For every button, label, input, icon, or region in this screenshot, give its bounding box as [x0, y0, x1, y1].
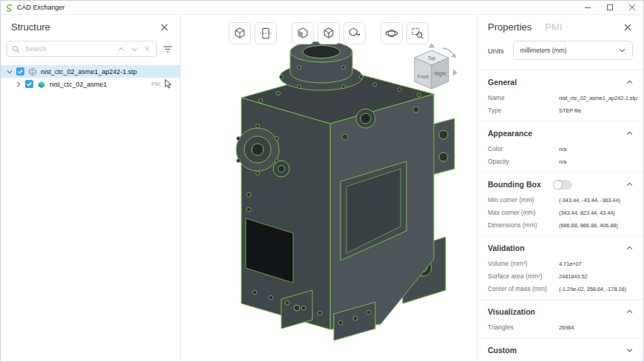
chevron-up-icon[interactable] [626, 182, 633, 187]
section-general-header[interactable]: General [488, 76, 633, 89]
property-row: Center of mass (mm)(-1.29e-02, 358.64, -… [488, 285, 633, 292]
minimize-button[interactable] [577, 1, 599, 14]
viewcube-face-right[interactable]: Right [435, 71, 446, 77]
tree-row-part[interactable]: nist_ctc_02_asme1 PMI [1, 78, 180, 90]
property-row: Volume (mm³)4.71e+07 [488, 260, 633, 267]
structure-panel-title: Structure [11, 21, 50, 33]
section-validation: Validation Volume (mm³)4.71e+07 Surface … [477, 235, 643, 299]
viewcube-face-front[interactable]: Front [417, 74, 429, 79]
app-window: CAD Exchanger Structure [0, 0, 644, 362]
section-bounding-box: Bounding Box Min corner (mm)(-343.44, -4… [477, 172, 643, 235]
units-select[interactable]: millimeters (mm) [513, 41, 633, 60]
search-prev-icon[interactable] [116, 45, 126, 53]
tree-node-label: nist_ctc_02_asme1 [50, 81, 107, 88]
chevron-up-icon[interactable] [626, 80, 633, 84]
visibility-checkbox[interactable] [25, 80, 33, 88]
property-row: Namenist_ctc_02_asme1_ap242-1.stp [488, 94, 633, 101]
viewport-toolbar [229, 22, 429, 44]
title-bar: CAD Exchanger [1, 1, 643, 15]
section-validation-header[interactable]: Validation [488, 241, 633, 255]
assembly-node-icon [28, 67, 37, 76]
search-input[interactable] [24, 44, 113, 53]
property-row: Min corner (mm)(-343.44, -43.44, -363.44… [488, 196, 633, 204]
section-appearance-header[interactable]: Appearance [488, 127, 633, 140]
chevron-down-icon[interactable] [626, 348, 633, 352]
chevron-up-icon[interactable] [626, 131, 633, 135]
ghost-mode-button[interactable] [343, 22, 366, 44]
property-row: Triangles26964 [488, 324, 633, 331]
isometric-view-button[interactable] [229, 22, 251, 44]
view-cube[interactable]: Top Front Right [398, 41, 462, 112]
app-logo-icon [5, 4, 13, 12]
property-row: Surface area (mm²)2481849.52 [488, 272, 633, 280]
visibility-checkbox[interactable] [16, 67, 24, 76]
search-clear-icon[interactable] [143, 44, 152, 53]
shaded-mode-button[interactable] [292, 22, 314, 44]
app-title: CAD Exchanger [17, 4, 65, 11]
property-row: Colorn/a [488, 145, 633, 152]
section-custom-header[interactable]: Custom [488, 343, 633, 357]
chevron-down-icon [619, 48, 625, 53]
tab-pmi[interactable]: PMI [545, 21, 562, 33]
property-row: Opacityn/a [488, 158, 633, 165]
structure-panel: Structure [1, 15, 181, 361]
property-row: Max corner (mm)(343.44, 823.44, 43.44) [488, 209, 633, 216]
properties-close-button[interactable] [623, 22, 633, 33]
tab-properties[interactable]: Properties [488, 21, 531, 33]
zoom-window-button[interactable] [406, 22, 429, 44]
chevron-up-icon[interactable] [626, 246, 633, 250]
orbit-rotate-button[interactable] [380, 22, 403, 44]
property-row: TypeSTEP file [488, 107, 633, 114]
section-general: General Namenist_ctc_02_asme1_ap242-1.st… [477, 70, 643, 121]
mouse-cursor [164, 79, 172, 89]
tree-row-root[interactable]: nist_ctc_02_asme1_ap242-1.stp [1, 65, 180, 78]
structure-close-button[interactable] [159, 22, 170, 33]
viewcube-arrow-right[interactable] [453, 70, 457, 76]
units-value: millimeters (mm) [520, 47, 567, 54]
part-node-icon [37, 80, 46, 89]
section-visualization-header[interactable]: Visualization [488, 305, 633, 318]
pmi-badge: PMI [152, 81, 161, 87]
structure-tree: nist_ctc_02_asme1_ap242-1.stp nist_ctc_0… [1, 65, 180, 90]
clip-plane-button[interactable] [255, 22, 277, 44]
wireframe-mode-button[interactable] [318, 22, 340, 44]
chevron-up-icon[interactable] [626, 309, 633, 314]
bounding-box-toggle[interactable] [553, 180, 572, 190]
section-appearance: Appearance Colorn/a Opacityn/a [477, 121, 643, 172]
3d-viewport[interactable]: Top Front Right [181, 15, 477, 361]
section-visualization: Visualization Triangles26964 [477, 299, 643, 338]
tree-node-label: nist_ctc_02_asme1_ap242-1.stp [41, 68, 137, 76]
section-custom: Custom [477, 338, 643, 362]
expander-down-icon[interactable] [7, 69, 13, 75]
property-row: Dimensions (mm)(686.88, 866.88, 406.88) [488, 221, 633, 229]
viewcube-arrow-up[interactable] [429, 43, 435, 48]
close-window-button[interactable] [621, 1, 643, 14]
maximize-button[interactable] [599, 1, 621, 14]
filter-icon[interactable] [161, 44, 174, 55]
properties-panel: Properties PMI Units millimeters (mm) Ge… [477, 15, 643, 361]
viewcube-face-top[interactable]: Top [428, 56, 436, 61]
structure-search-box [7, 41, 157, 57]
search-icon [12, 45, 20, 53]
section-bounding-box-header[interactable]: Bounding Box [488, 178, 633, 191]
units-label: Units [488, 47, 504, 55]
search-next-icon[interactable] [130, 45, 139, 53]
expander-right-icon[interactable] [16, 81, 21, 87]
